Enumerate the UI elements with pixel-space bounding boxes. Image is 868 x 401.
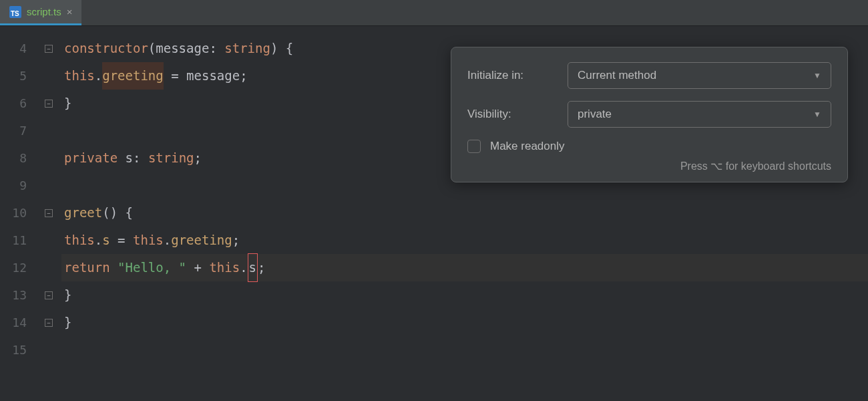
code-token: ( [148,35,156,62]
code-token: : [209,35,224,62]
chevron-down-icon: ▼ [813,110,821,119]
code-token: ; [194,144,202,172]
line-number: 15 [0,336,36,364]
fold-minus-icon[interactable]: − [45,209,53,217]
line-number: 9 [0,172,36,199]
initialize-in-select[interactable]: Current method ▼ [568,62,831,89]
code-token: } [64,90,71,117]
select-value: private [578,108,612,121]
visibility-label: Visibility: [467,108,568,121]
make-readonly-label: Make readonly [490,140,565,153]
code-token: . [240,254,247,281]
code-token: s [126,144,133,172]
fold-minus-icon[interactable]: − [45,319,53,327]
fold-minus-icon[interactable]: − [45,45,53,53]
line-number: 11 [0,227,36,254]
visibility-select[interactable]: private ▼ [568,101,831,128]
code-token: } [64,281,71,309]
code-token: . [164,227,171,254]
tab-filename: script.ts [27,6,61,17]
code-cursor: s [248,253,258,282]
code-token: private [64,144,118,172]
line-number: 10 [0,199,36,227]
code-token: greeting [171,227,232,254]
chevron-down-icon: ▼ [813,71,821,80]
fold-gutter: − − − − − [36,26,61,364]
line-number: 14 [0,309,36,336]
code-token: ; [258,254,265,281]
code-token: ; [240,62,247,90]
code-token: this [64,227,95,254]
code-token: message [186,62,240,90]
code-token: string [148,144,194,172]
line-number: 8 [0,144,36,172]
fold-minus-icon[interactable]: − [45,291,53,299]
code-token: this [133,227,164,254]
code-token: greeting [102,62,164,90]
code-token [110,254,118,281]
code-token: ) { [270,35,293,62]
code-token: } [64,309,71,336]
code-token: + [186,254,209,281]
line-number: 5 [0,62,36,90]
line-number: 12 [0,254,36,281]
code-token: message [156,35,209,62]
code-token [118,144,125,172]
select-value: Current method [578,69,656,82]
line-number: 13 [0,281,36,309]
line-number: 6 [0,90,36,117]
code-token: "Hello, " [118,254,186,281]
gutter: 4 5 6 7 8 9 10 11 12 13 14 15 [0,26,36,364]
initialize-in-label: Initialize in: [467,69,568,82]
make-readonly-checkbox[interactable] [467,140,481,153]
introduce-field-popup: Initialize in: Current method ▼ Visibili… [451,47,848,182]
fold-minus-icon[interactable]: − [45,100,53,108]
code-token: s [102,227,110,254]
typescript-file-icon: TS [9,6,21,18]
code-token: greet [64,199,102,227]
code-token: string [224,35,270,62]
tab-bar: TS script.ts × [0,0,868,26]
line-numbers: 4 5 6 7 8 9 10 11 12 13 14 15 [0,35,36,364]
code-token: = [110,227,133,254]
code-token: this [64,62,95,90]
line-number: 7 [0,117,36,144]
close-icon[interactable]: × [67,6,73,17]
line-number: 4 [0,35,36,62]
code-token: . [95,227,102,254]
code-token: ; [232,227,240,254]
code-token: = [164,62,186,90]
keyboard-hint: Press ⌥ for keyboard shortcuts [467,160,831,172]
code-token: . [95,62,102,90]
code-token: this [209,254,240,281]
code-token: : [133,144,148,172]
code-token: return [64,254,110,281]
tab-script-ts[interactable]: TS script.ts × [0,0,81,25]
code-token: constructor [64,35,148,62]
code-token: () { [102,199,133,227]
